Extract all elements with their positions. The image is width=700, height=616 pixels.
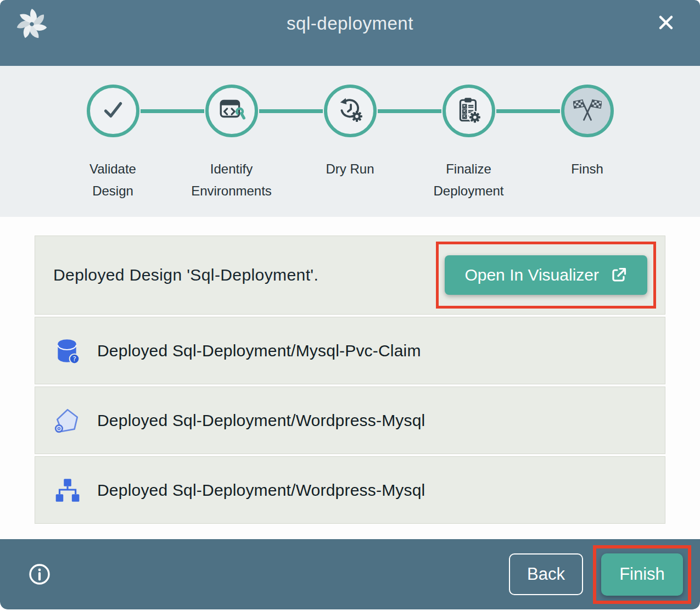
footer-actions: Back Finish	[509, 545, 691, 604]
pod-pentagon-icon	[53, 407, 81, 434]
deployed-item-label: Deployed Sql-Deployment/Mysql-Pvc-Claim	[97, 341, 421, 360]
deployed-item-row: Deployed Sql-Deployment/Wordpress-Mysql	[35, 456, 665, 524]
step-label: Finsh	[542, 158, 632, 180]
database-icon: ?	[53, 337, 81, 365]
deployed-item-row: Deployed Sql-Deployment/Wordpress-Mysql	[35, 387, 665, 454]
dialog-footer: Back Finish	[0, 539, 700, 609]
deployed-item-label: Deployed Sql-Deployment/Wordpress-Mysql	[97, 481, 425, 500]
step-identify-environments: Identify Environments	[172, 85, 291, 217]
step-validate-design: Validate Design	[54, 85, 172, 217]
deployed-item-row: ? Deployed Sql-Deployment/Mysql-Pvc-Clai…	[35, 317, 665, 384]
finish-button[interactable]: Finish	[601, 553, 683, 596]
deployment-results: Deployed Design 'Sql-Deployment'. Open I…	[0, 217, 700, 524]
deployment-wizard-dialog: sql-deployment Validate Design	[0, 0, 700, 609]
back-button[interactable]: Back	[509, 553, 583, 595]
deployed-design-row: Deployed Design 'Sql-Deployment'. Open I…	[35, 236, 665, 315]
step-label: Dry Run	[305, 158, 395, 180]
check-icon	[99, 96, 127, 126]
step-circle-validate-design	[87, 85, 139, 137]
step-finalize-deployment: Finalize Deployment	[410, 85, 528, 217]
dialog-header: sql-deployment	[0, 0, 700, 66]
deployed-design-message: Deployed Design 'Sql-Deployment'.	[53, 266, 318, 284]
deployed-item-label: Deployed Sql-Deployment/Wordpress-Mysql	[97, 411, 425, 430]
step-label: Validate Design	[68, 158, 158, 201]
step-circle-identify-environments	[205, 85, 258, 137]
clipboard-gear-icon	[455, 96, 483, 126]
step-finish: Finsh	[528, 85, 647, 217]
history-gear-icon	[337, 96, 364, 126]
step-circle-finalize-deployment	[443, 85, 495, 137]
step-circle-dry-run	[324, 85, 377, 137]
open-in-visualizer-label: Open In Visualizer	[464, 266, 599, 284]
svg-text:?: ?	[72, 354, 76, 362]
dialog-title: sql-deployment	[0, 13, 700, 34]
step-label: Finalize Deployment	[424, 158, 514, 201]
step-dry-run: Dry Run	[291, 85, 410, 217]
code-window-wrench-icon	[218, 96, 245, 126]
close-icon	[655, 27, 677, 35]
info-button[interactable]	[27, 562, 52, 586]
external-link-icon	[610, 266, 628, 284]
annotation-highlight-finish: Finish	[593, 545, 691, 604]
hierarchy-icon	[53, 477, 81, 504]
step-circle-finish	[561, 85, 614, 137]
step-label: Identify Environments	[187, 158, 277, 201]
annotation-highlight-open-visualizer: Open In Visualizer	[436, 242, 656, 309]
open-in-visualizer-button[interactable]: Open In Visualizer	[445, 255, 647, 295]
wizard-stepper: Validate Design Identify Environme	[0, 66, 700, 217]
checkered-flags-icon	[573, 96, 602, 126]
info-icon	[27, 562, 52, 586]
close-button[interactable]	[654, 11, 678, 35]
